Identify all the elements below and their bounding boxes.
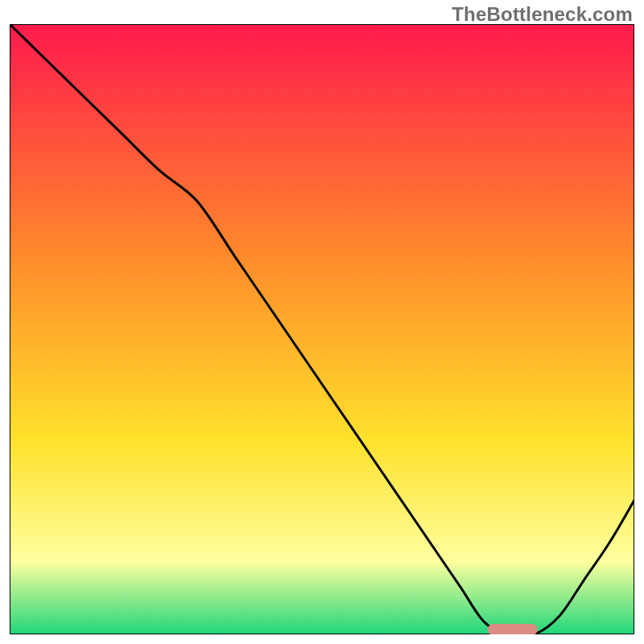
chart-frame [10,24,634,634]
watermark-text: TheBottleneck.com [452,3,633,26]
bottleneck-chart [10,24,634,634]
minimum-marker [488,624,538,634]
